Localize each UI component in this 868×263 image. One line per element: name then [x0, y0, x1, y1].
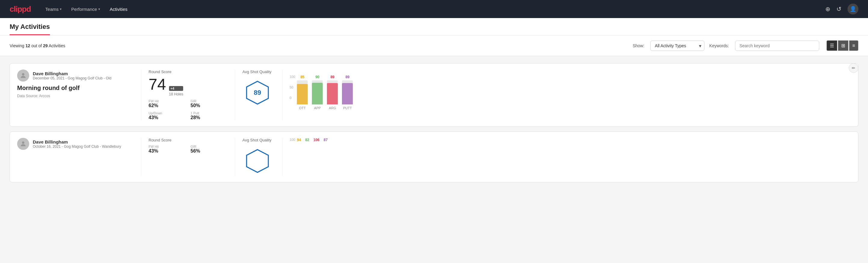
- keyword-input[interactable]: [735, 40, 819, 51]
- hex-svg-2: [245, 148, 270, 174]
- nav-icons: ⊕ ↺ 👤: [825, 4, 858, 14]
- user-icon: 👤: [850, 6, 856, 12]
- user-avatar-btn[interactable]: 👤: [847, 4, 858, 14]
- chart-y-axis: 100 50 0: [290, 69, 295, 99]
- page-title: My Activities: [10, 23, 50, 35]
- card-left-2: Dave Billingham October 16, 2021 - Gog M…: [17, 138, 131, 176]
- bar-fill-arg: [327, 83, 338, 105]
- round-score-label: Round Score: [149, 69, 225, 74]
- bar-label-putt: PUTT: [343, 106, 352, 110]
- gir-value: 50%: [191, 103, 225, 108]
- quality-score: 89: [254, 89, 261, 96]
- bar-value-putt: 89: [346, 75, 349, 79]
- view-grid-btn[interactable]: ⊞: [838, 40, 848, 51]
- bar-value-arg: 89: [331, 75, 335, 79]
- oneputt-label: 1 Putt: [191, 111, 225, 115]
- bar-group-ott-2: 94: [297, 138, 301, 143]
- bar-group-app: 90 APP: [312, 75, 323, 110]
- bar-value-putt-2: 87: [323, 138, 328, 142]
- svg-marker-3: [247, 150, 268, 172]
- bar-group-arg-2: 106: [313, 138, 319, 143]
- avatar-2: [17, 138, 29, 150]
- activity-card-inner: Dave Billingham December 05, 2021 - Gog …: [10, 63, 858, 127]
- card-quality: Avg Shot Quality 89: [235, 69, 273, 120]
- bar-fill-putt: [342, 83, 353, 105]
- add-icon[interactable]: ⊕: [825, 5, 830, 12]
- user-date: December 05, 2021 - Gog Magog Golf Club …: [33, 76, 111, 80]
- metrics-grid: FW Hit 62% GIR 50% Up/Down 43% 1 Putt 28…: [149, 99, 225, 120]
- score-badge: +4: [169, 86, 183, 91]
- activity-card-1: Dave Billingham December 05, 2021 - Gog …: [10, 63, 858, 127]
- holes-label: 18 Holes: [169, 92, 183, 96]
- chart-bars-2: 94 82 106 87: [297, 138, 328, 143]
- chart-y-axis-2: 100: [290, 138, 295, 156]
- view-list-compact-btn[interactable]: ☰: [827, 40, 837, 51]
- user-row-2: Dave Billingham October 16, 2021 - Gog M…: [17, 138, 131, 150]
- bar-fill-ott: [297, 84, 308, 105]
- bar-container-putt: [342, 80, 353, 105]
- bar-fill-app: [312, 83, 323, 105]
- activities-list: Dave Billingham December 05, 2021 - Gog …: [0, 56, 868, 189]
- bar-container-arg: [327, 80, 338, 105]
- avatar: [17, 69, 29, 82]
- nav-performance[interactable]: Performance ▾: [71, 5, 100, 13]
- keywords-label: Keywords:: [709, 43, 729, 48]
- refresh-icon[interactable]: ↺: [836, 5, 841, 12]
- filter-bar: Viewing 12 out of 29 Activities Show: Al…: [0, 35, 868, 56]
- updown-label: Up/Down: [149, 111, 183, 115]
- bar-value-arg-2: 106: [313, 138, 319, 142]
- bar-group-app-2: 82: [305, 138, 309, 143]
- edit-button[interactable]: ✏: [849, 63, 858, 73]
- gir-label: GIR: [191, 99, 225, 103]
- bar-label-arg: ARG: [329, 106, 336, 110]
- bar-value-ott-2: 94: [297, 138, 301, 142]
- bar-label-app: APP: [314, 106, 320, 110]
- svg-point-2: [22, 141, 24, 144]
- chevron-down-icon: ▾: [60, 7, 62, 11]
- gir-label-2: GIR: [191, 145, 225, 148]
- card-stats-2: Round Score FW Hit 43% GIR 56%: [141, 138, 225, 176]
- bar-group-putt-2: 87: [323, 138, 328, 143]
- hexagon-wrapper-2: [242, 146, 273, 176]
- fw-hit-label-2: FW Hit: [149, 145, 183, 148]
- nav-teams[interactable]: Teams ▾: [45, 5, 62, 13]
- fw-hit-label: FW Hit: [149, 99, 183, 103]
- card-quality-2: Avg Shot Quality: [235, 138, 273, 176]
- gir-value-2: 56%: [191, 148, 225, 154]
- avg-shot-quality-label-2: Avg Shot Quality: [242, 138, 272, 142]
- bar-value-ott: 85: [301, 75, 304, 79]
- bar-label-ott: OTT: [299, 106, 306, 110]
- activity-card-inner-2: Dave Billingham October 16, 2021 - Gog M…: [10, 132, 858, 182]
- navbar: clippd Teams ▾ Performance ▾ Activities …: [0, 0, 868, 18]
- viewing-text: Viewing 12 out of 29 Activities: [10, 43, 65, 48]
- show-label: Show:: [632, 43, 644, 48]
- user-date-2: October 16, 2021 - Gog Magog Golf Club -…: [33, 144, 121, 149]
- hex-shape: 89: [245, 80, 270, 105]
- bar-group-arg: 89 ARG: [327, 75, 338, 110]
- bar-group-putt: 89 PUTT: [342, 75, 353, 110]
- user-name: Dave Billingham: [33, 71, 111, 76]
- data-source: Data Source: Arccos: [17, 94, 131, 98]
- viewing-count: 12: [26, 43, 30, 48]
- card-stats: Round Score 74 +4 18 Holes FW Hit 62% GI…: [141, 69, 225, 120]
- score-value: 74: [149, 77, 166, 92]
- chart-bars: 85 OTT 90 APP: [297, 69, 353, 110]
- bar-value-app: 90: [315, 75, 319, 79]
- activity-title: Morning round of golf: [17, 85, 131, 91]
- activity-card-2: Dave Billingham October 16, 2021 - Gog M…: [10, 132, 858, 182]
- bar-container-ott: [297, 80, 308, 105]
- activity-type-wrapper: All Activity Types: [650, 40, 704, 51]
- view-list-full-btn[interactable]: ≡: [849, 40, 858, 51]
- user-name-2: Dave Billingham: [33, 139, 121, 144]
- user-row: Dave Billingham December 05, 2021 - Gog …: [17, 69, 131, 82]
- card-left: Dave Billingham December 05, 2021 - Gog …: [17, 69, 131, 120]
- fw-hit-value: 62%: [149, 103, 183, 108]
- fw-hit-value-2: 43%: [149, 148, 183, 154]
- round-score-label-2: Round Score: [149, 138, 225, 142]
- chevron-down-icon: ▾: [98, 7, 100, 11]
- logo[interactable]: clippd: [10, 4, 31, 14]
- svg-point-0: [22, 73, 24, 76]
- avg-shot-quality-label: Avg Shot Quality: [242, 69, 272, 74]
- activity-type-select[interactable]: All Activity Types: [650, 40, 704, 51]
- nav-activities[interactable]: Activities: [110, 5, 127, 13]
